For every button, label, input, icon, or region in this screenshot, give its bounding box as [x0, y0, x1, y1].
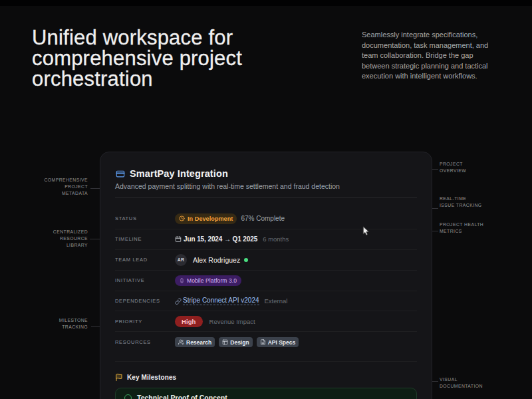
- annotation-milestone-tracking: MILESTONETRACKING: [36, 317, 88, 331]
- initiative-label: INITIATIVE: [115, 277, 175, 283]
- project-card: SmartPay Integration Advanced payment sp…: [100, 152, 432, 399]
- annotation-project-health-metrics: PROJECT HEALTHMETRICS: [440, 221, 494, 235]
- annotation-visual-documentation: VISUALDOCUMENTATION: [440, 376, 494, 390]
- milestones-header: Key Milestones: [127, 374, 176, 381]
- dependencies-row: DEPENDENCIES Stripe Connect API v2024 Ex…: [115, 291, 417, 312]
- layout-icon: [222, 339, 228, 345]
- priority-row: PRIORITY High Revenue Impact: [115, 311, 417, 332]
- dependency-type: External: [265, 297, 288, 305]
- resources-label: RESOURCES: [115, 339, 175, 345]
- status-label: STATUS: [115, 215, 175, 221]
- annotation-centralized-resource-library: CENTRALIZEDRESOURCELIBRARY: [36, 229, 88, 249]
- annotation-project-overview: PROJECTOVERVIEW: [440, 161, 494, 174]
- users-icon: [178, 339, 184, 345]
- link-icon: [175, 298, 182, 305]
- milestone-status-icon: [124, 394, 132, 399]
- online-status-dot: [244, 258, 248, 262]
- team-lead-row: TEAM LEAD AR Alex Rodriguez: [115, 250, 417, 271]
- status-progress: 67% Complete: [241, 215, 285, 222]
- clock-icon: [179, 215, 185, 221]
- team-lead-name: Alex Rodriguez: [193, 256, 240, 264]
- page-title: Unified workspace for comprehensive proj…: [32, 27, 242, 89]
- top-strip: [0, 0, 532, 6]
- research-button[interactable]: Research: [175, 337, 215, 347]
- timeline-row: TIMELINE Jun 15, 2024 → Q1 2025 6 months: [115, 229, 417, 250]
- annotation-comprehensive-project-metadata: COMPREHENSIVEPROJECTMETADATA: [36, 177, 88, 197]
- avatar: AR: [175, 254, 187, 266]
- file-text-icon: [260, 339, 266, 345]
- annotation-real-time-issue-tracking: REAL-TIMEISSUE TRACKING: [440, 196, 494, 209]
- connector-line: [90, 239, 100, 239]
- status-badge[interactable]: In Development: [175, 213, 237, 224]
- initiative-row: INITIATIVE Mobile Platform 3.0: [115, 271, 417, 291]
- calendar-icon: [175, 235, 182, 243]
- timeline-duration: 6 months: [263, 235, 289, 243]
- flag-icon: [115, 373, 123, 382]
- intro-paragraph: Seamlessly integrate specifications, doc…: [362, 30, 495, 82]
- status-row: STATUS In Development 67% Complete: [115, 209, 417, 229]
- milestone-title: Technical Proof of Concept: [137, 394, 227, 399]
- priority-note: Revenue Impact: [209, 318, 255, 325]
- api-specs-button[interactable]: API Specs: [257, 337, 299, 347]
- credit-card-icon: [115, 170, 126, 178]
- team-lead-label: TEAM LEAD: [115, 257, 175, 263]
- dependencies-label: DEPENDENCIES: [115, 298, 175, 304]
- timeline-label: TIMELINE: [115, 236, 175, 242]
- priority-label: PRIORITY: [115, 319, 175, 325]
- priority-badge[interactable]: High: [175, 316, 203, 327]
- project-subtitle: Advanced payment splitting with real-tim…: [115, 182, 417, 190]
- mouse-cursor: [362, 226, 370, 237]
- smartphone-icon: [180, 277, 184, 284]
- timeline-value: Jun 15, 2024 → Q1 2025: [184, 235, 257, 243]
- connector-line: [90, 188, 100, 189]
- dependency-link[interactable]: Stripe Connect API v2024: [183, 297, 259, 305]
- connector-line: [91, 326, 100, 327]
- milestone-item[interactable]: Technical Proof of Concept: [115, 388, 417, 399]
- divider: [115, 198, 417, 198]
- design-button[interactable]: Design: [219, 337, 252, 347]
- initiative-badge[interactable]: Mobile Platform 3.0: [175, 275, 241, 286]
- project-title: SmartPay Integration: [130, 168, 228, 179]
- resources-row: RESOURCES Research Design API Specs: [115, 332, 417, 352]
